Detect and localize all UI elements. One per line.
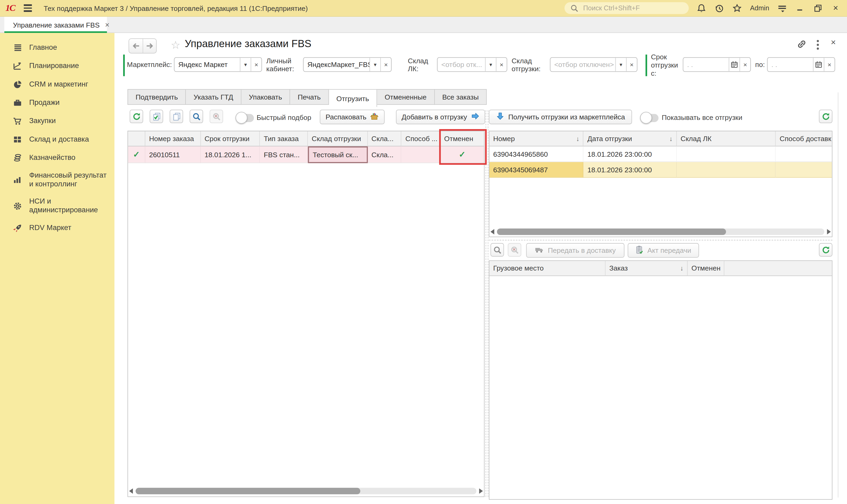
warehouse-ship-select[interactable]: <отбор отключен> ▾ × [550, 57, 638, 72]
shipment-row[interactable]: 63904344965860 18.01.2026 23:00:00 [489, 146, 832, 162]
clear-field-icon[interactable]: × [251, 58, 262, 71]
warehouse-lk-cell[interactable] [677, 162, 776, 178]
marketplace-select[interactable]: Яндекс Маркет ▾ × [174, 57, 262, 72]
get-link-icon[interactable] [796, 39, 807, 51]
tab-print[interactable]: Печать [290, 89, 329, 105]
minimize-icon[interactable] [795, 3, 805, 13]
sidebar-item-planning[interactable]: Планирование [0, 57, 114, 75]
notifications-bell-icon[interactable] [697, 3, 706, 13]
favorite-star-icon[interactable]: ☆ [171, 38, 181, 51]
warehouse-lk-cell[interactable] [677, 146, 776, 162]
clear-field-icon[interactable]: × [740, 58, 751, 71]
sidebar-item-sales[interactable]: Продажи [0, 93, 114, 112]
shipment-date-cell[interactable]: 18.01.2026 23:00:00 [584, 146, 677, 162]
unpack-button[interactable]: Распаковать [320, 110, 384, 124]
shipment-row-selected[interactable]: 63904345069487 18.01.2026 23:00:00 [489, 162, 832, 178]
warehouse-lk-select[interactable]: <отбор отк... ▾ × [437, 57, 507, 72]
back-button[interactable] [129, 39, 143, 53]
favorites-star-icon[interactable] [732, 3, 742, 13]
sidebar-item-warehouse[interactable]: Склад и доставка [0, 130, 114, 148]
find-cargo-button[interactable] [490, 243, 504, 256]
tab-confirm[interactable]: Подтвердить [128, 89, 186, 105]
history-icon[interactable] [715, 3, 724, 13]
global-search-input[interactable]: Поиск Ctrl+Shift+F [564, 2, 688, 14]
tab-gtd[interactable]: Указать ГТД [186, 89, 241, 105]
clear-field-icon[interactable]: × [496, 58, 507, 71]
col-cargo-cancelled[interactable]: Отменен [688, 261, 724, 276]
col-shipment-date[interactable]: Дата отгрузки↓ [584, 131, 677, 146]
sidebar-item-main[interactable]: Главное [0, 38, 114, 57]
calendar-icon[interactable] [813, 58, 824, 71]
refresh-shipments-button[interactable] [819, 110, 832, 123]
ship-warehouse-cell[interactable]: Тестовый ск... [308, 146, 368, 163]
order-row[interactable]: ✓ 26010511 18.01.2026 1... FBS стан... Т… [128, 146, 484, 163]
tab-ship[interactable]: Отгрузить [329, 89, 377, 107]
dropdown-caret-icon[interactable]: ▾ [370, 58, 380, 71]
more-menu-icon[interactable] [817, 40, 819, 50]
sidebar-item-finance[interactable]: Финансовый результат и контроллинг [0, 167, 114, 193]
clear-field-icon[interactable]: × [824, 58, 834, 71]
tab-close-icon[interactable]: × [105, 21, 110, 30]
tab-fbs-orders[interactable]: Управление заказами FBS × [4, 17, 107, 33]
order-type-cell[interactable]: FBS стан... [260, 146, 308, 163]
functions-menu-icon[interactable] [777, 3, 787, 13]
col-order-number[interactable]: Номер заказа [145, 131, 201, 146]
col-order-type[interactable]: Тип заказа [260, 131, 308, 146]
orders-hscrollbar[interactable] [129, 487, 483, 495]
warehouse-lk-cell[interactable]: Скла... [368, 146, 401, 163]
find-button[interactable] [190, 110, 203, 123]
col-delivery-method[interactable]: Способ доставк [776, 131, 832, 146]
dropdown-caret-icon[interactable]: ▾ [615, 58, 626, 71]
panels-splitter[interactable] [486, 110, 488, 497]
tab-all-orders[interactable]: Все заказы [435, 89, 487, 105]
shipments-hscrollbar[interactable] [490, 228, 831, 236]
sidebar-item-nsi[interactable]: НСИ и администрирование [0, 193, 114, 219]
quick-pick-toggle[interactable] [237, 114, 254, 122]
user-name[interactable]: Admin [750, 4, 769, 12]
main-menu-icon[interactable] [23, 4, 32, 12]
calendar-icon[interactable] [729, 58, 740, 71]
clear-field-icon[interactable]: × [626, 58, 637, 71]
col-warehouse-lk[interactable]: Склад ЛК [677, 131, 776, 146]
close-window-icon[interactable]: × [831, 3, 841, 13]
show-all-shipments-toggle[interactable] [641, 114, 658, 122]
sidebar-item-treasury[interactable]: Казначейство [0, 148, 114, 167]
col-shipment-number[interactable]: Номер↓ [489, 131, 584, 146]
forward-button[interactable] [143, 39, 156, 53]
ship-deadline-cell[interactable]: 18.01.2026 1... [201, 146, 260, 163]
delivery-method-cell[interactable] [776, 146, 832, 162]
restore-window-icon[interactable] [813, 3, 823, 13]
sidebar-item-purchases[interactable]: Закупки [0, 112, 114, 130]
col-cargo-place[interactable]: Грузовое место [489, 261, 606, 276]
dropdown-caret-icon[interactable]: ▾ [485, 58, 496, 71]
date-to-input[interactable]: . . × [767, 57, 835, 72]
sidebar-item-rdv-market[interactable]: RDV Маркет [0, 219, 114, 237]
refresh-cargo-button[interactable] [819, 243, 832, 256]
col-mark[interactable] [128, 131, 145, 146]
refresh-button[interactable] [130, 110, 143, 123]
col-warehouse-lk[interactable]: Скла... [368, 131, 401, 146]
close-form-icon[interactable]: × [831, 38, 836, 48]
col-cancelled[interactable]: Отменен [440, 131, 484, 146]
account-select[interactable]: ЯндексМаркет_FBS ▾ × [303, 57, 392, 72]
shipment-number-cell[interactable]: 63904345069487 [489, 162, 584, 178]
clear-field-icon[interactable]: × [380, 58, 391, 71]
select-all-button[interactable] [149, 110, 163, 123]
dropdown-caret-icon[interactable]: ▾ [240, 58, 251, 71]
shipments-cargo-separator[interactable] [489, 240, 832, 240]
col-ship-deadline[interactable]: Срок отгрузки [201, 131, 260, 146]
delivery-method-cell[interactable] [401, 146, 440, 163]
get-shipments-button[interactable]: Получить отгрузки из маркетплейса [489, 110, 632, 124]
col-delivery-method[interactable]: Способ ... [401, 131, 440, 146]
delivery-method-cell[interactable] [776, 162, 832, 178]
col-ship-warehouse[interactable]: Склад отгрузки [308, 131, 368, 146]
shipment-number-cell[interactable]: 63904344965860 [489, 146, 584, 162]
sidebar-item-crm[interactable]: CRM и маркетинг [0, 75, 114, 93]
date-from-input[interactable]: . . × [683, 57, 751, 72]
copy-list-button[interactable] [170, 110, 183, 123]
tab-pack[interactable]: Упаковать [241, 89, 290, 105]
shipment-date-cell[interactable]: 18.01.2026 23:00:00 [584, 162, 677, 178]
tab-cancelled[interactable]: Отмененные [377, 89, 435, 105]
col-cargo-order[interactable]: Заказ↓ [606, 261, 688, 276]
add-to-shipment-button[interactable]: Добавить в отгрузку [396, 110, 485, 124]
